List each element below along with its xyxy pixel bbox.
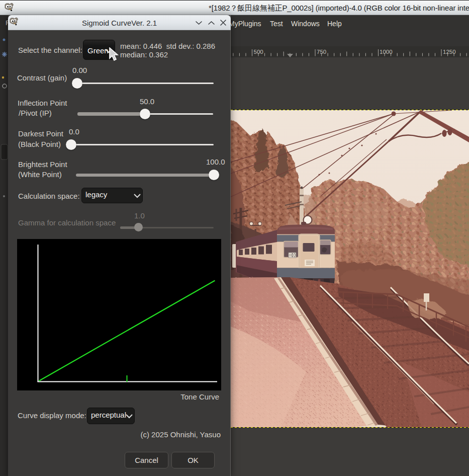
svg-text:750: 750: [317, 49, 326, 55]
svg-text:500: 500: [254, 49, 263, 55]
svg-text:1250: 1250: [443, 49, 456, 55]
svg-text:1000: 1000: [380, 49, 393, 55]
